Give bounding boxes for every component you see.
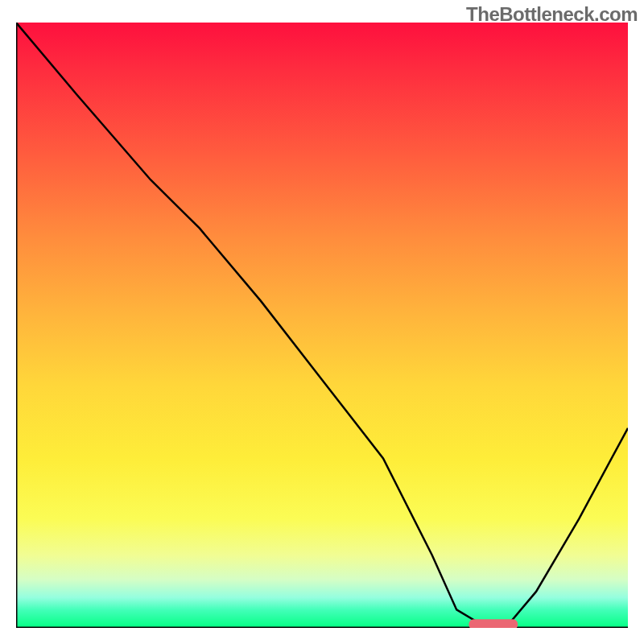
chart-svg (16, 23, 628, 628)
chart-container: TheBottleneck.com (0, 0, 644, 644)
optimal-zone-marker (469, 619, 518, 628)
bottleneck-curve (16, 23, 628, 628)
axis-frame (16, 23, 628, 628)
watermark-text: TheBottleneck.com (466, 3, 638, 26)
plot-area (16, 23, 628, 628)
